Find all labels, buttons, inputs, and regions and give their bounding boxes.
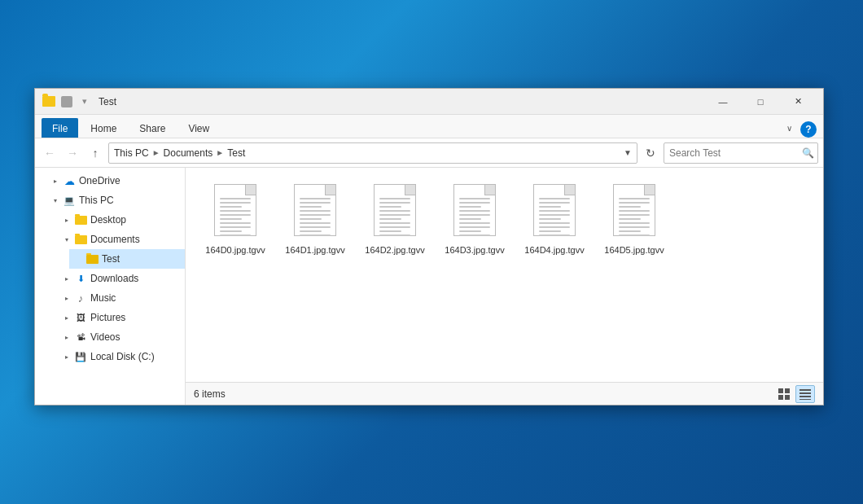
address-bar[interactable]: This PC ► Documents ► Test ▼ (108, 142, 637, 164)
chevron-downloads (61, 273, 72, 284)
file-item-3[interactable]: 164D3.jpg.tgvv (438, 181, 511, 259)
sidebar-item-music[interactable]: Music (58, 288, 185, 308)
line (220, 214, 251, 216)
minimize-button[interactable]: — (704, 89, 742, 115)
sidebar-label-pictures: Pictures (90, 312, 125, 323)
line (300, 230, 322, 232)
chevron-local-disk (61, 351, 72, 362)
search-box[interactable]: 🔍 (664, 142, 818, 164)
sidebar-item-documents[interactable]: Documents (58, 230, 185, 249)
file-item-5[interactable]: 164D5.jpg.tgvv (598, 181, 671, 259)
line (619, 214, 650, 216)
line (379, 222, 410, 224)
help-button[interactable]: ? (800, 121, 817, 138)
close-button[interactable]: ✕ (779, 89, 817, 115)
pc-icon: 💻 (63, 194, 76, 207)
line (539, 210, 570, 212)
line (619, 218, 641, 220)
back-button[interactable]: ← (40, 143, 59, 163)
line (459, 222, 490, 224)
file-item-2[interactable]: 164D2.jpg.tgvv (358, 181, 432, 259)
sidebar-item-desktop[interactable]: Desktop (58, 210, 185, 230)
line (220, 234, 251, 236)
line (379, 230, 401, 232)
view-buttons (774, 385, 815, 403)
sidebar-item-onedrive[interactable]: OneDrive (46, 171, 185, 191)
chevron-thispc (50, 195, 61, 206)
title-bar-icons: ▾ (42, 94, 92, 109)
search-icon[interactable]: 🔍 (798, 143, 817, 163)
line (619, 226, 650, 228)
file-item-4[interactable]: 164D4.jpg.tgvv (518, 181, 591, 259)
svg-rect-4 (799, 389, 811, 391)
breadcrumb-thispc: This PC (114, 147, 149, 159)
breadcrumb: This PC ► Documents ► Test (114, 147, 620, 159)
tab-home[interactable]: Home (80, 118, 127, 138)
search-input[interactable] (664, 147, 798, 159)
ribbon-chevron[interactable]: ∨ (779, 118, 799, 138)
svg-rect-2 (778, 395, 783, 400)
sidebar-item-this-pc[interactable]: 💻 This PC (46, 191, 185, 210)
line (619, 206, 641, 208)
tab-view[interactable]: View (177, 118, 220, 138)
line (220, 222, 251, 224)
file-icon-5 (610, 184, 659, 241)
sidebar-label-thispc: This PC (79, 195, 114, 206)
tab-file[interactable]: File (42, 118, 78, 138)
line (379, 210, 410, 212)
status-bar: 6 items (186, 382, 823, 405)
file-name-3: 164D3.jpg.tgvv (445, 244, 504, 256)
line (539, 230, 561, 232)
line (379, 234, 410, 236)
line (619, 210, 650, 212)
up-button[interactable]: ↑ (85, 143, 105, 163)
line (220, 198, 251, 199)
line (220, 210, 251, 212)
grid-icon (778, 388, 790, 400)
file-item-1[interactable]: 164D1.jpg.tgvv (278, 181, 352, 259)
sidebar-item-local-disk[interactable]: Local Disk (C:) (58, 347, 185, 366)
sidebar-item-pictures[interactable]: Pictures (58, 308, 185, 327)
line (300, 198, 331, 199)
file-page-2 (374, 184, 416, 236)
tab-share[interactable]: Share (129, 118, 176, 138)
chevron-music (61, 292, 72, 304)
maximize-button[interactable]: □ (742, 89, 779, 115)
file-explorer-window: ▾ Test — □ ✕ File Home Share View ∨ ? ← … (34, 88, 824, 405)
file-page-5 (613, 184, 655, 236)
sidebar: OneDrive 💻 This PC Desktop Documents (35, 168, 186, 405)
line (300, 202, 331, 204)
line (379, 214, 410, 216)
sidebar-item-downloads[interactable]: Downloads (58, 269, 185, 288)
cloud-icon (63, 174, 76, 187)
grid-view-button[interactable] (774, 385, 794, 403)
sidebar-label-downloads: Downloads (90, 273, 138, 284)
line (539, 234, 570, 236)
line (220, 226, 251, 228)
line (220, 206, 242, 208)
sidebar-label-local-disk: Local Disk (C:) (90, 351, 155, 362)
sidebar-item-videos[interactable]: Videos (58, 327, 185, 347)
options-icon: ▾ (77, 94, 92, 109)
ribbon: File Home Share View ∨ ? (35, 115, 823, 138)
line (379, 198, 410, 199)
file-name-4: 164D4.jpg.tgvv (524, 244, 584, 256)
line (379, 202, 410, 204)
refresh-button[interactable]: ↻ (641, 143, 660, 163)
line (619, 230, 641, 232)
svg-rect-6 (799, 396, 811, 397)
file-icon-1 (291, 184, 340, 241)
file-page-1 (294, 184, 336, 236)
svg-rect-7 (799, 399, 811, 400)
line (539, 226, 570, 228)
file-item-0[interactable]: 164D0.jpg.tgvv (199, 181, 272, 259)
forward-button[interactable]: → (63, 143, 82, 163)
folder-documents-icon (74, 233, 87, 246)
file-name-5: 164D5.jpg.tgvv (604, 244, 664, 256)
file-page-3 (453, 184, 496, 236)
folder-icon-title (42, 94, 56, 109)
sidebar-item-test[interactable]: Test (69, 249, 185, 269)
list-view-button[interactable] (795, 385, 815, 403)
folder-desktop-icon (74, 213, 87, 226)
line (379, 206, 401, 208)
